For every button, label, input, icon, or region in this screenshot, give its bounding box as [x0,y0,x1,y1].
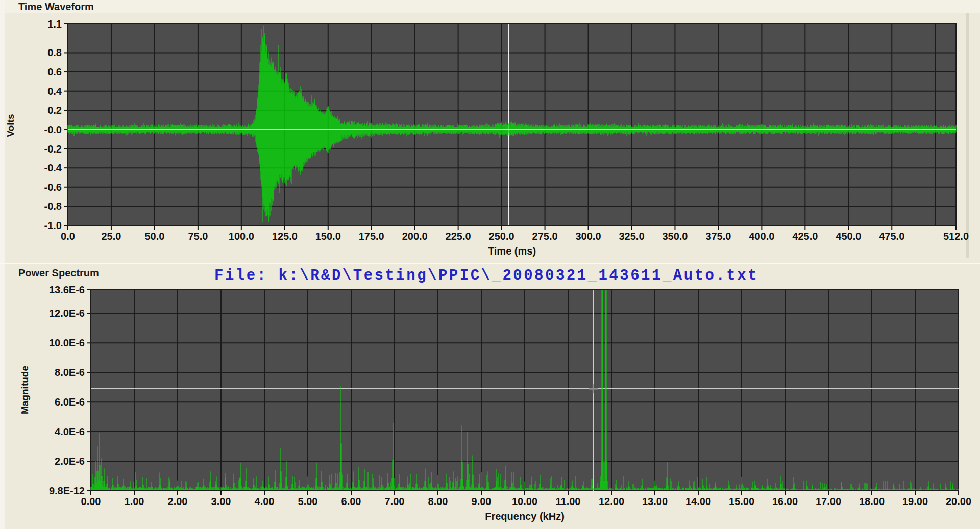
x-axis-tick-label: 0.0 [61,231,75,242]
frequency-axis-title: Frequency (kHz) [474,511,576,522]
x-axis-tick-label: 225.0 [446,231,471,242]
y-axis-tick-label: -0.8 [44,200,62,212]
y-axis-tick-label: -0.4 [44,162,62,173]
x-axis-tick-label: 13.00 [642,496,668,507]
y-axis-tick-label: 10.0E-6 [49,337,85,348]
y-axis-tick-label: 9.8E-12 [49,485,85,496]
x-axis-tick-label: 375.0 [705,231,731,242]
x-axis-tick-label: 300.0 [576,231,601,242]
y-axis-tick-label: 4.0E-6 [55,426,85,437]
x-axis-tick-label: 475.0 [879,231,904,242]
y-axis-tick-label: 2.0E-6 [55,456,85,467]
volts-axis-title: Volts [5,108,16,143]
x-axis-tick-label: 400.0 [749,231,774,242]
y-axis-tick-label: 8.0E-6 [55,367,85,378]
x-axis-tick-label: 100.0 [229,231,254,242]
x-axis-tick-label: 14.00 [685,496,711,507]
x-axis-tick-label: 275.0 [532,231,558,242]
x-axis-tick-label: 9.00 [472,496,492,507]
y-axis-tick-label: -1.0 [44,220,62,231]
y-axis-tick-label: 1.1 [47,18,62,30]
y-axis-tick-label: -0.6 [44,182,62,193]
y-axis-tick-label: 0.4 [47,86,62,97]
y-axis-tick-label: 0.8 [47,47,62,58]
data-file-path-label: File: k:\R&D\Testing\PPIC\_20080321_1436… [214,267,758,284]
time-axis-title: Time (ms) [461,245,563,257]
time-waveform-title: Time Waveform [18,1,94,13]
x-axis-tick-label: 25.0 [101,231,121,242]
x-axis-tick-label: 5.00 [298,496,318,507]
x-axis-tick-label: 325.0 [619,231,644,242]
x-axis-tick-label: 150.0 [315,231,341,242]
charts-canvas: 0.025.050.075.0100.0125.0150.0175.0200.0… [0,0,980,529]
x-axis-tick-label: 12.00 [599,496,624,507]
x-axis-tick-label: 11.00 [556,496,581,507]
x-axis-tick-label: 2.00 [168,496,188,507]
x-axis-tick-label: 350.0 [662,231,688,242]
x-axis-tick-label: 75.0 [188,231,208,242]
x-axis-tick-label: 7.00 [385,496,405,507]
x-axis-tick-label: 6.00 [341,496,361,507]
x-axis-tick-label: 18.00 [859,496,885,507]
x-axis-tick-label: 425.0 [792,231,818,242]
magnitude-axis-title: Magnitude [19,367,31,414]
time-waveform-graph: 0.025.050.075.0100.0125.0150.0175.0200.0… [44,18,969,242]
y-axis-tick-label: 6.0E-6 [55,396,85,408]
x-axis-tick-label: 175.0 [359,231,384,242]
x-axis-tick-label: 125.0 [272,231,298,242]
x-axis-tick-label: 15.00 [729,496,754,507]
x-axis-tick-label: 10.00 [512,496,537,507]
x-axis-tick-label: 450.0 [836,231,861,242]
y-axis-tick-label: -0.2 [44,143,62,155]
x-axis-tick-label: 20.00 [946,496,971,507]
x-axis-tick-label: 16.00 [772,496,798,507]
x-axis-tick-label: 512.0 [943,231,969,242]
y-axis-tick-label: -0.0 [44,124,62,135]
x-axis-tick-label: 200.0 [402,231,428,242]
y-axis-tick-label: 0.6 [47,66,62,78]
x-axis-tick-label: 4.00 [255,496,275,507]
x-axis-tick-label: 8.00 [428,496,448,507]
y-axis-tick-label: 12.0E-6 [49,308,85,319]
x-axis-tick-label: 250.0 [489,231,514,242]
x-axis-tick-label: 1.00 [125,496,144,507]
x-axis-tick-label: 19.00 [902,496,928,507]
x-axis-tick-label: 3.00 [211,496,231,507]
power-spectrum-title: Power Spectrum [18,267,99,279]
y-axis-tick-label: 0.2 [47,105,62,116]
y-axis-tick-label: 13.6E-6 [49,284,85,295]
x-axis-tick-label: 0.00 [81,496,101,507]
x-axis-tick-label: 17.00 [816,496,841,507]
power-spectrum-graph: 0.001.002.003.004.005.006.007.008.009.00… [49,284,971,507]
x-axis-tick-label: 50.0 [144,231,164,242]
